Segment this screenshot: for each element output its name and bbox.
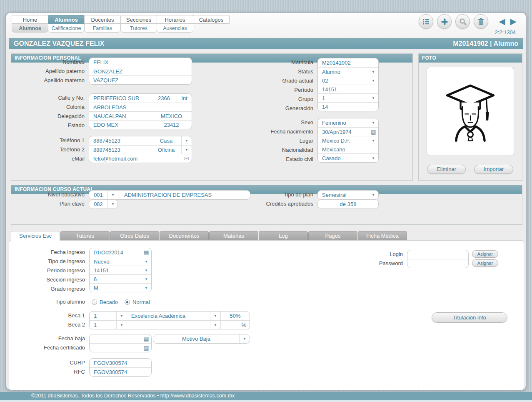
dropdown-sexo[interactable]: Femenino bbox=[318, 118, 368, 127]
delete-record-button[interactable] bbox=[474, 14, 488, 29]
input-matricula[interactable]: M20141902 bbox=[318, 58, 378, 67]
import-photo-button[interactable]: Importar bbox=[474, 165, 513, 174]
input-estado[interactable]: EDO MEX bbox=[89, 121, 151, 129]
input-telefono1[interactable]: 888745123 bbox=[89, 136, 151, 145]
tab-catalogos[interactable]: Catálogos bbox=[193, 15, 230, 24]
input-fecha-baja[interactable] bbox=[90, 334, 141, 343]
input-generacion[interactable]: 14 bbox=[318, 103, 378, 111]
input-delegacion[interactable]: NAUCALPAN bbox=[89, 112, 151, 120]
input-nivel-nombre[interactable]: ADMINISTRACION DE EMPRESAS bbox=[118, 191, 250, 199]
dropdown-nivel-toggle[interactable]: ▼ bbox=[107, 191, 118, 199]
titulacion-info-button[interactable]: Titulación info bbox=[432, 312, 507, 323]
input-email[interactable]: felix@hotmail.com bbox=[89, 154, 181, 163]
tab-secciones[interactable]: Secciones bbox=[120, 15, 157, 24]
send-email-button[interactable]: ✉ bbox=[181, 154, 192, 163]
dropdown-status[interactable]: Alumno bbox=[318, 68, 368, 76]
input-fecha-nacimiento[interactable]: 30/Apr/1974 bbox=[318, 128, 368, 136]
dropdown-telefono1-tipo-toggle[interactable]: ▼ bbox=[181, 136, 192, 145]
tab-ficha-medica[interactable]: Ficha Médica bbox=[358, 231, 407, 240]
add-record-button[interactable] bbox=[437, 14, 452, 29]
dropdown-status-toggle[interactable]: ▼ bbox=[368, 68, 378, 76]
login-input[interactable] bbox=[407, 250, 468, 258]
next-record-button[interactable]: ▶ bbox=[510, 14, 517, 29]
input-municipio[interactable]: MEXICO bbox=[151, 112, 192, 120]
dropdown-nivel-clave[interactable]: 001 bbox=[89, 191, 107, 199]
radio-normal[interactable] bbox=[125, 299, 130, 305]
subtab-ausencias[interactable]: Ausencias bbox=[157, 24, 193, 33]
dropdown-seccion-ingreso[interactable]: 6 bbox=[90, 275, 141, 283]
tab-servicios-esc[interactable]: Servicios Esc bbox=[11, 231, 60, 241]
dropdown-tipo-ingreso-toggle[interactable]: ▼ bbox=[141, 257, 151, 266]
fecha-certificado-calendar-button[interactable]: ▦ bbox=[141, 344, 151, 352]
fecha-nacimiento-calendar-button[interactable]: ▦ bbox=[368, 128, 378, 136]
dropdown-motivo-baja[interactable]: Motivo Baja bbox=[153, 334, 239, 343]
fecha-ingreso-calendar-button[interactable]: ▦ bbox=[141, 248, 151, 257]
dropdown-grupo[interactable]: 1 bbox=[318, 94, 368, 102]
tab-alumnos[interactable]: Alumnos bbox=[48, 15, 85, 24]
password-input[interactable] bbox=[407, 259, 468, 267]
dropdown-grado-ingreso[interactable]: M bbox=[90, 284, 141, 292]
dropdown-periodo-ingreso-toggle[interactable]: ▼ bbox=[141, 266, 151, 274]
dropdown-lugar-toggle[interactable]: ▼ bbox=[368, 136, 378, 145]
dropdown-grado-ingreso-toggle[interactable]: ▼ bbox=[141, 284, 151, 292]
dropdown-motivo-baja-toggle[interactable]: ▼ bbox=[239, 334, 250, 343]
dropdown-beca2-nombre-toggle[interactable]: ▼ bbox=[210, 321, 220, 329]
input-rfc[interactable]: FGOV300574 bbox=[90, 368, 151, 376]
subtab-alumnos[interactable]: Alumnos bbox=[12, 24, 48, 33]
input-beca1-pct[interactable]: 50% bbox=[220, 312, 250, 320]
subtab-tutores[interactable]: Tutores bbox=[120, 24, 157, 33]
dropdown-beca2-num[interactable]: 1 bbox=[90, 321, 116, 329]
dropdown-tipo-ingreso[interactable]: Nuevo bbox=[90, 257, 141, 266]
input-interior[interactable]: Int bbox=[177, 94, 192, 103]
dropdown-grupo-toggle[interactable]: ▼ bbox=[368, 94, 378, 102]
dropdown-grado-actual-toggle[interactable]: ▼ bbox=[368, 76, 378, 85]
dropdown-tipo-plan[interactable]: Semestral bbox=[318, 191, 368, 199]
dropdown-beca1-num[interactable]: 1 bbox=[90, 312, 116, 320]
input-cp[interactable]: 23412 bbox=[151, 121, 192, 129]
tab-pagos[interactable]: Pagos bbox=[308, 231, 357, 240]
prev-record-button[interactable]: ◀ bbox=[499, 14, 505, 29]
input-beca2-pct[interactable]: % bbox=[220, 321, 250, 329]
dropdown-lugar[interactable]: México D.F. bbox=[318, 136, 368, 145]
dropdown-tipo-plan-toggle[interactable]: ▼ bbox=[368, 191, 378, 199]
dropdown-beca1-nombre[interactable]: Excelencia Académica bbox=[127, 312, 210, 320]
input-creditos-aprobados[interactable]: de 358 bbox=[318, 200, 378, 209]
tab-materias[interactable]: Materias bbox=[209, 231, 258, 240]
dropdown-beca1-nombre-toggle[interactable]: ▼ bbox=[210, 312, 220, 320]
subtab-familias[interactable]: Familias bbox=[84, 24, 121, 33]
assign-password-button[interactable]: Asignar bbox=[472, 259, 498, 267]
input-colonia[interactable]: ARBOLEDAS bbox=[89, 103, 192, 111]
input-nacionalidad[interactable]: Mexicano bbox=[318, 145, 378, 153]
fecha-baja-calendar-button[interactable]: ▦ bbox=[141, 334, 151, 343]
dropdown-telefono1-tipo[interactable]: Casa bbox=[151, 136, 181, 145]
dropdown-plan-clave[interactable]: 082 bbox=[89, 200, 107, 209]
input-apellido-materno[interactable]: VAZQUEZ bbox=[89, 76, 192, 84]
input-fecha-ingreso[interactable]: 01/Oct/2014 bbox=[90, 248, 141, 257]
search-record-button[interactable] bbox=[455, 14, 470, 29]
dropdown-beca2-num-toggle[interactable]: ▼ bbox=[116, 321, 127, 329]
dropdown-telefono2-tipo-toggle[interactable]: ▼ bbox=[181, 146, 192, 154]
input-apellido-paterno[interactable]: GONZALEZ bbox=[89, 67, 192, 75]
input-curp[interactable]: FGOV300574 bbox=[90, 359, 151, 367]
dropdown-sexo-toggle[interactable]: ▼ bbox=[368, 118, 378, 127]
tab-documentos[interactable]: Documentos bbox=[160, 231, 209, 240]
dropdown-beca2-nombre[interactable] bbox=[127, 321, 210, 329]
tab-tutores[interactable]: Tutores bbox=[60, 231, 110, 240]
dropdown-seccion-ingreso-toggle[interactable]: ▼ bbox=[141, 275, 151, 283]
dropdown-estado-civil[interactable]: Casado bbox=[318, 154, 368, 162]
tab-horarios[interactable]: Horarios bbox=[157, 15, 193, 24]
dropdown-plan-toggle[interactable]: ▼ bbox=[107, 200, 118, 209]
delete-photo-button[interactable]: Eliminar bbox=[427, 165, 466, 174]
list-records-button[interactable] bbox=[419, 14, 433, 29]
input-fecha-certificado[interactable] bbox=[90, 344, 141, 352]
input-numero[interactable]: 2366 bbox=[151, 94, 177, 103]
dropdown-grado-actual[interactable]: 02 bbox=[318, 76, 368, 85]
tab-docentes[interactable]: Docentes bbox=[84, 15, 121, 24]
dropdown-beca1-num-toggle[interactable]: ▼ bbox=[116, 312, 127, 320]
input-calle[interactable]: PERIFERICO SUR bbox=[89, 94, 151, 103]
input-telefono2[interactable]: 888745123 bbox=[89, 146, 151, 154]
dropdown-telefono2-tipo[interactable]: Oficina bbox=[151, 146, 181, 154]
subtab-calificaciones[interactable]: Calificacione bbox=[48, 24, 85, 33]
input-nombres[interactable]: FELIX bbox=[89, 58, 192, 67]
tab-home[interactable]: Home bbox=[12, 15, 48, 24]
